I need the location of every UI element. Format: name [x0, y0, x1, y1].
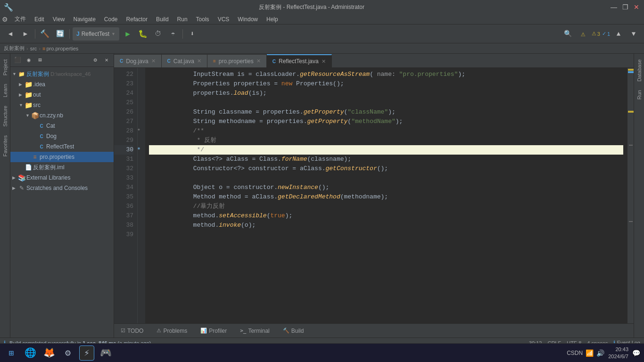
tree-item-pro-properties[interactable]: ▶ ≡ pro.properties: [10, 152, 114, 162]
menu-icon: ⚙: [2, 16, 8, 23]
learn-tab[interactable]: Learn: [1, 80, 9, 101]
toolbar-back-button[interactable]: ◀: [4, 27, 17, 41]
tree-item-src[interactable]: ▼ 📁 src: [10, 100, 114, 110]
menu-run[interactable]: Run: [173, 15, 191, 24]
menu-navigate[interactable]: Navigate: [69, 15, 99, 24]
problems-tab[interactable]: ⚠ Problems: [154, 327, 190, 335]
todo-tab[interactable]: ☑ TODO: [118, 327, 146, 335]
editor-tabs: C Dog.java ✕ C Cat.java ✕ ≡ pro.properti…: [114, 54, 634, 68]
tree-item-reflecttest[interactable]: ▶ C ReflectTest: [10, 141, 114, 152]
toolbar-sync-button[interactable]: 🔄: [53, 27, 66, 41]
menu-code[interactable]: Code: [100, 15, 122, 24]
iml-label: 反射案例.iml: [33, 164, 65, 172]
taskbar-intellij-icon[interactable]: ⚡: [79, 346, 94, 361]
search-everywhere-button[interactable]: 🔍: [561, 27, 575, 41]
code-line-31: Class<?> aClass = Class.forName(classnam…: [149, 155, 623, 164]
menu-edit[interactable]: Edit: [31, 15, 48, 24]
taskbar-edge-icon[interactable]: 🌐: [23, 346, 38, 361]
tab-close-prop[interactable]: ✕: [256, 58, 261, 64]
coverage-button[interactable]: ☂: [166, 27, 180, 41]
expand-arrow-out: ▶: [19, 92, 24, 97]
menu-refactor[interactable]: Refactor: [123, 15, 151, 24]
breadcrumb-src[interactable]: src: [30, 46, 37, 51]
warning-indicator[interactable]: ⚠ 3: [592, 31, 600, 37]
terminal-icon: >_: [240, 328, 246, 334]
tab-close-cat[interactable]: ✕: [197, 58, 201, 64]
terminal-tab[interactable]: >_ Terminal: [237, 327, 272, 335]
tree-item-cat[interactable]: ▶ C Cat: [10, 121, 114, 131]
database-tab[interactable]: Database: [635, 56, 644, 85]
tab-dog-java[interactable]: C Dog.java ✕: [114, 54, 162, 67]
taskbar-chrome-icon[interactable]: ⚙: [60, 346, 75, 361]
idea-label: .idea: [33, 81, 45, 88]
settings-button[interactable]: ⚠: [577, 27, 590, 41]
windows-start-button[interactable]: ⊞: [4, 346, 19, 361]
toolbar-build-button[interactable]: 🔨: [38, 27, 51, 41]
title-bar-title: 反射案例 - ReflectTest.java - Administrator: [13, 3, 610, 11]
tree-item-dog[interactable]: ▶ C Dog: [10, 131, 114, 141]
menu-build[interactable]: Build: [152, 15, 173, 24]
tab-close-reflect[interactable]: ✕: [322, 58, 326, 65]
editor-area[interactable]: 22 23 24 25 26 27 28 29 30 31 32 33 34 3…: [114, 68, 634, 323]
code-line-38: method.invoke(o);: [149, 221, 623, 230]
taskbar-firefox-icon[interactable]: 🦊: [41, 346, 57, 361]
tree-item-iml[interactable]: ▶ 📄 反射案例.iml: [10, 162, 114, 173]
taskbar-left: ⊞ 🌐 🦊 ⚙ ⚡ 🎮: [4, 346, 113, 361]
menu-file[interactable]: 文件: [11, 14, 30, 24]
profile-button[interactable]: ⏱: [151, 27, 165, 41]
menu-vcs[interactable]: VCS: [214, 15, 233, 24]
taskbar-notification-icon[interactable]: 💬: [632, 349, 640, 357]
maximize-button[interactable]: ❐: [621, 3, 629, 11]
sidebar-settings-btn[interactable]: ⚙: [90, 55, 100, 66]
close-button[interactable]: ✕: [633, 3, 640, 11]
sidebar-collapse-btn[interactable]: ⬛: [12, 55, 23, 66]
structure-tab[interactable]: Structure: [1, 102, 9, 131]
tab-pro-properties[interactable]: ≡ pro.properties ✕: [207, 54, 267, 67]
tab-close-dog[interactable]: ✕: [151, 58, 156, 64]
taskbar-game-icon[interactable]: 🎮: [98, 346, 113, 361]
tab-cat-java[interactable]: C Cat.java ✕: [162, 54, 207, 67]
tree-item-scratches[interactable]: ▶ ✎ Scratches and Consoles: [10, 183, 114, 193]
scratch-icon: ✎: [18, 184, 25, 192]
update-button[interactable]: ⬇: [186, 27, 199, 41]
tray-csdn-icon: CSDN: [567, 350, 583, 356]
menu-help[interactable]: Help: [263, 15, 282, 24]
bottom-tabs-bar: ☑ TODO ⚠ Problems 📊 Profiler >_ Terminal…: [114, 323, 634, 337]
sidebar-expand-btn[interactable]: ⊞: [35, 55, 45, 66]
breadcrumb-project[interactable]: 反射案例: [4, 45, 25, 52]
tree-item-project-root[interactable]: ▼ 📁 反射案例 D:\workspace_46: [10, 69, 114, 79]
favorites-tab[interactable]: Favorites: [1, 132, 9, 160]
menu-view[interactable]: View: [49, 15, 69, 24]
taskbar-time: 20:43: [608, 346, 628, 353]
profiler-tab[interactable]: 📊 Profiler: [198, 327, 230, 335]
tree-item-idea[interactable]: ▶ 📁 .idea: [10, 79, 114, 90]
code-line-39: [149, 230, 623, 239]
tab-reflect-java[interactable]: C ReflectTest.java ✕: [267, 54, 332, 67]
nav-down-button[interactable]: ▼: [627, 27, 640, 41]
build-icon: 🔨: [283, 328, 289, 334]
toolbar-forward-button[interactable]: ▶: [19, 27, 32, 41]
minimize-button[interactable]: —: [610, 3, 618, 11]
editor-panels: C Dog.java ✕ C Cat.java ✕ ≡ pro.properti…: [114, 54, 634, 337]
menu-window[interactable]: Window: [234, 15, 262, 24]
breadcrumb-file[interactable]: ≡pro.properties: [42, 46, 78, 51]
sidebar-locate-btn[interactable]: ◉: [24, 55, 34, 66]
sidebar-close-btn[interactable]: ✕: [101, 55, 112, 66]
reflecttest-java-icon: C: [38, 143, 45, 150]
run-tab[interactable]: Run: [635, 86, 644, 103]
project-tab[interactable]: Project: [1, 56, 9, 79]
build-tab[interactable]: 🔨 Build: [280, 327, 307, 335]
menu-tools[interactable]: Tools: [192, 15, 213, 24]
debug-button[interactable]: 🐛: [136, 27, 149, 41]
nav-up-button[interactable]: ▲: [612, 27, 625, 41]
ok-indicator[interactable]: ✓ 1: [602, 31, 610, 37]
tree-item-package[interactable]: ▼ 📦 cn.zzy.nb: [10, 110, 114, 121]
taskbar-clock[interactable]: 20:43 2024/6/7: [608, 346, 628, 360]
run-config-selector[interactable]: J ReflectTest ▼: [73, 27, 119, 41]
code-line-36: //暴力反射: [149, 202, 623, 211]
tree-item-out[interactable]: ▶ 📁 out: [10, 90, 114, 100]
run-button[interactable]: ▶: [121, 27, 134, 41]
code-editor[interactable]: InputStream is = classLoader.getResource…: [145, 68, 627, 323]
tree-item-ext-libs[interactable]: ▶ 📚 External Libraries: [10, 173, 114, 183]
bookmark-28: ◈: [138, 127, 140, 132]
